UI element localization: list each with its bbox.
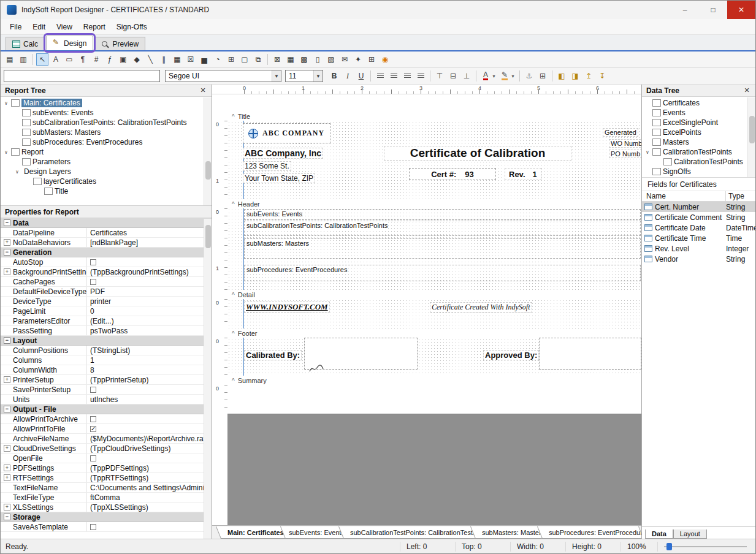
collapse-band-icon[interactable]: [232, 377, 235, 384]
valign-middle-button[interactable]: ⊟: [447, 70, 459, 82]
right-panel-tab[interactable]: Data: [645, 529, 673, 539]
expand-icon[interactable]: [4, 308, 10, 314]
checkbox-icon[interactable]: [90, 387, 96, 393]
report-tree-item[interactable]: subEvents: Events: [1, 108, 212, 118]
expand-icon[interactable]: +: [4, 239, 10, 246]
property-row[interactable]: + PDFSettings (TppPDFSettings): [1, 463, 212, 473]
expand-icon[interactable]: [4, 288, 10, 295]
report-tree-item[interactable]: Parameters: [1, 157, 212, 167]
property-value[interactable]: [86, 385, 212, 394]
rev-group[interactable]: Rev. 1: [505, 168, 541, 180]
property-row[interactable]: PassSetting psTwoPass: [1, 326, 212, 336]
property-row[interactable]: − Data: [1, 218, 212, 228]
website-label[interactable]: WWW.INDYSOFT.COM: [244, 302, 330, 313]
table-tool-icon[interactable]: ▦: [284, 53, 297, 66]
crosstab-tool-icon[interactable]: ⊠: [271, 53, 283, 66]
property-row[interactable]: Units utInches: [1, 395, 212, 404]
property-row[interactable]: DefaultFileDeviceType PDF: [1, 287, 212, 297]
report-tree-scrollbar[interactable]: [204, 97, 212, 205]
property-row[interactable]: ParametersEditor (Edit...): [1, 316, 212, 326]
property-value[interactable]: [86, 277, 212, 286]
line-style-icon[interactable]: ▤: [4, 53, 16, 66]
band-strip-header[interactable]: Header: [212, 199, 641, 208]
scrollbar-thumb[interactable]: [749, 116, 755, 143]
design-canvas[interactable]: Title 01 ABC COMPANY ABC Company, Inc 12…: [212, 94, 641, 525]
property-value[interactable]: [86, 512, 212, 522]
close-button[interactable]: ✕: [727, 1, 755, 19]
collapse-band-icon[interactable]: [232, 291, 235, 298]
expand-icon[interactable]: [4, 327, 10, 334]
align-left-button[interactable]: [374, 70, 386, 82]
property-value[interactable]: (Edit...): [86, 316, 212, 325]
expand-icon[interactable]: [4, 416, 10, 422]
label-tool-icon[interactable]: A: [50, 53, 62, 66]
property-value[interactable]: [86, 257, 212, 267]
data-tree-scrollbar[interactable]: [747, 97, 755, 177]
expand-icon[interactable]: −: [4, 406, 10, 412]
property-value[interactable]: PDF: [86, 287, 212, 296]
data-tree-item[interactable]: Events: [642, 108, 755, 118]
data-tree-item[interactable]: SignOffs: [642, 167, 755, 176]
workspace-tab[interactable]: Design: [46, 36, 93, 50]
property-value[interactable]: (TppBackgroundPrintSettings): [86, 267, 212, 276]
property-value[interactable]: 8: [86, 365, 212, 374]
checkbox-icon[interactable]: [90, 426, 96, 432]
property-row[interactable]: ArchiveFileName ($MyDocuments)\ReportArc…: [1, 434, 212, 444]
barcode-2d-tool-icon[interactable]: ▦: [171, 53, 183, 66]
expand-icon[interactable]: [4, 455, 10, 461]
property-row[interactable]: − Storage: [1, 512, 212, 522]
property-row[interactable]: SavePrinterSetup: [1, 385, 212, 395]
property-value[interactable]: printer: [86, 297, 212, 306]
menu-item[interactable]: Sign-Offs: [111, 20, 153, 34]
expand-icon[interactable]: [4, 229, 10, 236]
expand-icon[interactable]: +: [4, 465, 10, 471]
property-row[interactable]: DeviceType printer: [1, 297, 212, 306]
property-value[interactable]: [86, 404, 212, 414]
shape-tool-icon[interactable]: ◆: [131, 53, 143, 66]
subreport-procedures[interactable]: subProcedures: EventProcedures: [244, 265, 641, 281]
menu-item[interactable]: File: [4, 20, 27, 34]
checkbox-icon[interactable]: [90, 259, 96, 265]
expand-icon[interactable]: ∨: [644, 150, 651, 155]
mail-merge-icon[interactable]: ✉: [338, 53, 351, 66]
object-name-input[interactable]: [4, 70, 160, 82]
scrollbar-thumb[interactable]: [205, 161, 211, 180]
expand-icon[interactable]: ∨: [3, 150, 9, 155]
band-strip-title[interactable]: Title: [212, 112, 641, 121]
property-value[interactable]: Certificates: [86, 228, 212, 237]
checkbox-icon[interactable]: [90, 416, 96, 422]
bring-forward-button[interactable]: ↥: [582, 70, 595, 82]
close-icon[interactable]: ✕: [743, 86, 751, 94]
property-value[interactable]: [86, 522, 212, 531]
collapse-band-icon[interactable]: [232, 113, 235, 120]
gauge-tool-icon[interactable]: ◔: [212, 53, 224, 66]
report-page-tab[interactable]: subEvents: Events: [277, 526, 347, 539]
property-row[interactable]: − Generation: [1, 248, 212, 257]
subreport-events[interactable]: subEvents: Events: [244, 209, 641, 220]
borders-button[interactable]: ⊞: [536, 70, 549, 82]
bold-button[interactable]: B: [328, 70, 340, 82]
column-header-type[interactable]: Type: [726, 192, 755, 200]
report-tree-item[interactable]: ∨ Report: [1, 147, 212, 157]
property-row[interactable]: AllowPrintToFile: [1, 424, 212, 434]
checkbox-tool-icon[interactable]: ☒: [185, 53, 197, 66]
highlight-color-button[interactable]: ✎: [498, 70, 511, 82]
workspace-tab[interactable]: Calc: [6, 37, 45, 50]
fill-style-icon[interactable]: ▥: [17, 53, 29, 66]
expand-icon[interactable]: [4, 396, 10, 403]
expand-icon[interactable]: −: [4, 249, 10, 256]
expand-icon[interactable]: [4, 317, 10, 324]
calendar-icon[interactable]: ▧: [325, 53, 337, 66]
expand-icon[interactable]: −: [4, 219, 10, 226]
field-row[interactable]: Certificate Date DateTime: [642, 222, 755, 233]
property-value[interactable]: [86, 453, 212, 463]
richtext-tool-icon[interactable]: ¶: [77, 53, 89, 66]
expand-icon[interactable]: [4, 494, 10, 501]
collapse-band-icon[interactable]: [232, 330, 235, 337]
band-detail[interactable]: WWW.INDYSOFT.COM Certificate Created Wit…: [227, 299, 641, 328]
expand-icon[interactable]: +: [4, 474, 10, 481]
font-color-dropdown-icon[interactable]: ▾: [491, 70, 497, 82]
column-header-name[interactable]: Name: [642, 191, 726, 201]
subreport-calibration-test-points[interactable]: subCalibrationTestPoints: CalibrationTes…: [244, 221, 641, 236]
italic-button[interactable]: I: [342, 70, 354, 82]
